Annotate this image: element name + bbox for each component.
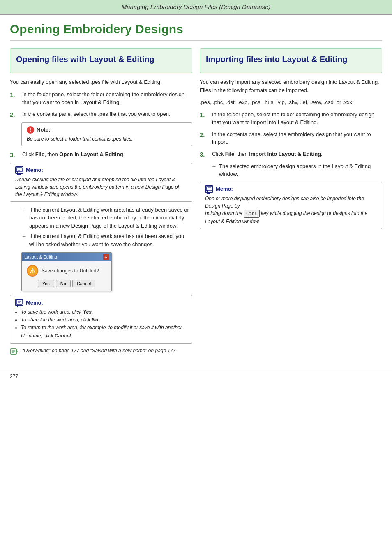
- note-icon: !: [27, 126, 34, 134]
- step-text-1: In the folder pane, select the folder co…: [22, 90, 192, 106]
- svg-rect-10: [206, 187, 212, 191]
- memo-icon-2: [15, 299, 23, 306]
- note-header: ! Note:: [27, 126, 187, 134]
- left-arrow-2: → If the current Layout & Editing work a…: [21, 232, 192, 248]
- dialog-cancel-button[interactable]: Cancel: [72, 280, 95, 287]
- right-column: Importing files into Layout & Editing Yo…: [200, 48, 382, 355]
- right-section-title: Importing files into Layout & Editing: [206, 54, 376, 65]
- header-title: Managing Embroidery Design Files (Design…: [122, 3, 271, 10]
- right-intro-1: You can easily import any selected embro…: [200, 78, 382, 94]
- left-step-3: 3. Click File, then Open in Layout & Edi…: [10, 150, 192, 159]
- ctrl-key: Ctrl: [244, 210, 260, 218]
- step-num-1: 1.: [10, 90, 19, 99]
- right-step-text-1: In the folder pane, select the folder co…: [212, 111, 382, 127]
- dialog-no-button[interactable]: No: [56, 280, 71, 287]
- right-intro-2: .pes, .phc, .dst, .exp, .pcs, .hus, .vip…: [200, 98, 382, 106]
- note-box: ! Note: Be sure to select a folder that …: [21, 122, 192, 146]
- memo-text-1: Double-clicking the file or dragging and…: [15, 176, 187, 198]
- right-arrow-1: → The selected embroidery design appears…: [211, 162, 382, 178]
- dialog-screenshot: Layout & Editing ✕ ⚠ Save changes to Unt…: [21, 252, 112, 291]
- left-column: Opening files with Layout & Editing You …: [10, 48, 192, 355]
- right-step-num-2: 2.: [200, 130, 209, 139]
- memo-label-2: Memo:: [26, 300, 43, 306]
- right-arrow-sym-1: →: [211, 162, 217, 171]
- right-step-2: 2. In the contents pane, select the embr…: [200, 130, 382, 146]
- left-section-title: Opening files with Layout & Editing: [16, 54, 186, 65]
- right-memo-label: Memo:: [216, 186, 233, 192]
- arrow-sym-1: →: [21, 206, 27, 214]
- dialog-warning-icon: ⚠: [27, 265, 38, 277]
- step-num-3: 3.: [10, 150, 19, 159]
- left-intro: You can easily open any selected .pes fi…: [10, 78, 192, 86]
- left-step-2: 2. In the contents pane, select the .pes…: [10, 110, 192, 119]
- memo-header-1: Memo:: [15, 166, 187, 174]
- memo-bullet-2: To abandon the work area, click No.: [21, 316, 187, 324]
- arrow-text-1: If the current Layout & Editing work are…: [29, 206, 192, 230]
- right-arrow-text-1: The selected embroidery design appears i…: [219, 162, 382, 178]
- right-memo-box: Memo: One or more displayed embroidery d…: [200, 182, 382, 229]
- dialog-titlebar: Layout & Editing ✕: [22, 253, 111, 261]
- memo-box-2: Memo: To save the work area, click Yes. …: [10, 295, 192, 344]
- step-text-3: Click File, then Open in Layout & Editin…: [22, 150, 192, 159]
- dialog-close-button[interactable]: ✕: [103, 254, 109, 260]
- right-step-num-3: 3.: [200, 150, 209, 159]
- memo-box-1: Memo: Double-clicking the file or draggi…: [10, 163, 192, 202]
- note-text: Be sure to select a folder that contains…: [27, 135, 187, 143]
- dialog-message: Save changes to Untitled?: [42, 268, 99, 274]
- right-step-3: 3. Click File, then Import Into Layout &…: [200, 150, 382, 159]
- right-memo-text: One or more displayed embroidery designs…: [205, 195, 377, 226]
- ref-icon: [10, 348, 19, 355]
- arrow-text-2: If the current Layout & Editing work are…: [29, 232, 192, 248]
- footer-page-number: 277: [10, 374, 18, 379]
- right-memo-line1: One or more displayed embroidery designs…: [205, 196, 364, 209]
- left-step-1: 1. In the folder pane, select the folder…: [10, 90, 192, 106]
- memo-bullets: To save the work area, click Yes. To aba…: [15, 308, 187, 340]
- dialog-row: ⚠ Save changes to Untitled?: [27, 265, 106, 277]
- dialog-buttons: Yes No Cancel: [27, 280, 106, 287]
- right-step-1: 1. In the folder pane, select the folder…: [200, 111, 382, 127]
- right-memo-line2-before: holding down the: [205, 210, 244, 216]
- memo-icon-1: [15, 166, 23, 174]
- reference-row: “Overwriting” on page 177 and “Saving wi…: [10, 348, 192, 355]
- page-title: Opening Embroidery Designs: [10, 22, 382, 41]
- svg-rect-3: [16, 300, 22, 304]
- left-arrow-1: → If the current Layout & Editing work a…: [21, 206, 192, 230]
- arrow-sym-2: →: [21, 232, 27, 240]
- dialog-title: Layout & Editing: [24, 254, 57, 259]
- note-label: Note:: [37, 127, 50, 133]
- right-section-box: Importing files into Layout & Editing: [200, 48, 382, 73]
- step-text-2: In the contents pane, select the .pes fi…: [22, 110, 192, 118]
- left-section-box: Opening files with Layout & Editing: [10, 48, 192, 73]
- dialog-yes-button[interactable]: Yes: [38, 280, 54, 287]
- page-footer: 277: [0, 371, 392, 382]
- memo-bullet-3: To return to the work area, for example,…: [21, 324, 187, 339]
- right-step-text-2: In the contents pane, select the embroid…: [212, 130, 382, 146]
- right-step-text-3: Click File, then Import Into Layout & Ed…: [212, 150, 382, 158]
- memo-bullet-1: To save the work area, click Yes.: [21, 308, 187, 316]
- right-step-num-1: 1.: [200, 111, 209, 119]
- svg-rect-0: [16, 168, 22, 172]
- step-num-2: 2.: [10, 110, 19, 119]
- right-memo-icon: [205, 185, 213, 193]
- dialog-body: ⚠ Save changes to Untitled? Yes No Cance…: [22, 261, 111, 291]
- memo-label-1: Memo:: [26, 167, 43, 173]
- right-memo-header: Memo:: [205, 185, 377, 193]
- ref-text: “Overwriting” on page 177 and “Saving wi…: [22, 348, 176, 353]
- page-header: Managing Embroidery Design Files (Design…: [0, 0, 392, 15]
- memo-header-2: Memo:: [15, 299, 187, 306]
